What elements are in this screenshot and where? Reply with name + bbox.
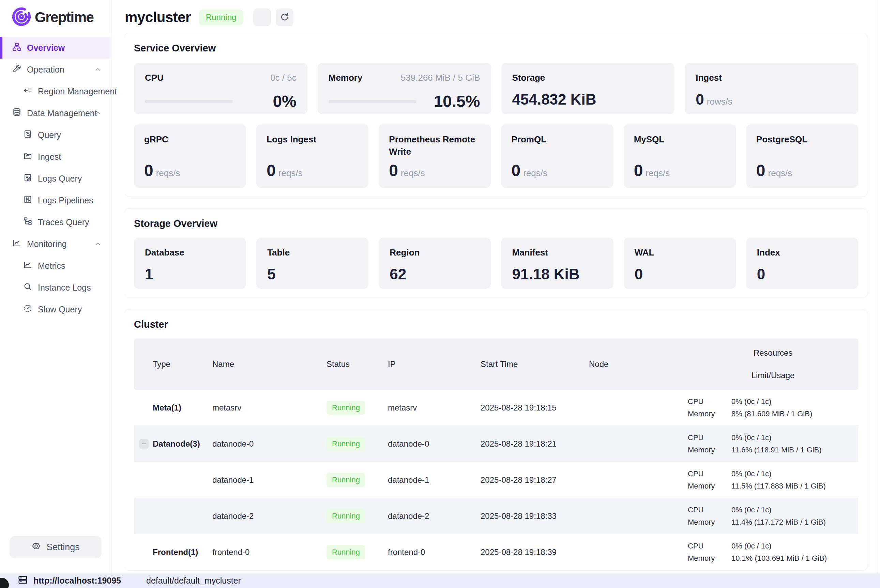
memory-usage: 11.4% (117.172 MiB / 1 GiB): [731, 518, 826, 526]
pause-button[interactable]: [253, 9, 271, 26]
settings-label: Settings: [47, 542, 80, 553]
cpu-percent: 0%: [273, 93, 296, 110]
storage-card: Storage 454.832 KiB: [502, 63, 675, 114]
memory-usage: 10.1% (103.691 MiB / 1 GiB): [731, 554, 827, 563]
sidebar-item-label: Monitoring: [27, 239, 67, 249]
refresh-icon: [280, 12, 289, 23]
url-text: http://localhost:19095: [33, 576, 121, 586]
tree-icon: [23, 217, 32, 228]
sidebar-item-data-management[interactable]: Data Management: [0, 102, 111, 124]
sidebar-item-overview[interactable]: Overview: [0, 37, 111, 58]
sidebar-item-label: Operation: [27, 65, 65, 75]
row-status: Running: [326, 437, 388, 451]
protocol-value: 0reqs/s: [634, 162, 725, 179]
logs-ingest-card: Logs Ingest 0reqs/s: [256, 124, 368, 188]
row-resources: CPU0% (0c / 1c) Memory10.1% (103.691 MiB…: [688, 542, 858, 563]
sidebar-item-logs-query[interactable]: Logs Query: [0, 168, 111, 189]
collapse-group-button[interactable]: −: [139, 439, 149, 448]
grpc-card: gRPC 0reqs/s: [134, 124, 246, 188]
memory-card: Memory 539.266 MiB / 5 GiB 10.5%: [318, 63, 491, 114]
row-name: frontend-0: [212, 548, 326, 557]
col-header-node: Node: [589, 359, 688, 369]
ingest-value: 0rows/s: [695, 92, 847, 107]
scroll-gutter-line: [878, 0, 878, 573]
protocol-value: 0reqs/s: [511, 162, 603, 179]
ingest-label: Ingest: [695, 73, 847, 83]
sidebar-item-ingest[interactable]: Ingest: [0, 146, 111, 168]
status-badge: Running: [326, 545, 365, 560]
sidebar-item-query[interactable]: Query: [0, 124, 111, 146]
database-path: default/default_mycluster: [146, 576, 241, 586]
row-name: datanode-0: [212, 439, 326, 448]
sidebar-item-slow-query[interactable]: Slow Query: [0, 298, 111, 320]
table-row: datanode-1 Running datanode-1 2025-08-28…: [134, 462, 858, 498]
card-label: Index: [757, 248, 847, 258]
sitemap-icon: [12, 42, 21, 54]
status-badge: Running: [326, 437, 365, 451]
sidebar-item-logs-pipelines[interactable]: Logs Pipelines: [0, 189, 111, 211]
refresh-button[interactable]: [276, 9, 293, 26]
sidebar-item-instance-logs[interactable]: Instance Logs: [0, 277, 111, 298]
storage-cards: Database 1 Table 5 Region 62 Manifest 91…: [134, 238, 858, 289]
row-ip: datanode-0: [388, 439, 481, 448]
ingest-card: Ingest 0rows/s: [685, 63, 858, 114]
col-header-start-time: Start Time: [481, 359, 589, 369]
row-start-time: 2025-08-28 19:18:15: [481, 403, 589, 412]
sidebar-item-traces-query[interactable]: Traces Query: [0, 211, 111, 233]
promql-card: PromQL 0reqs/s: [501, 124, 613, 188]
sliders-icon: [23, 195, 32, 206]
cpu-label: CPU: [145, 73, 164, 83]
sidebar-item-label: Region Management: [38, 87, 117, 96]
cpu-progress-bar: [145, 100, 233, 103]
status-badge: Running: [199, 9, 243, 25]
table-row: Meta(1) metasrv Running metasrv 2025-08-…: [134, 390, 858, 426]
row-type: Meta(1): [134, 403, 212, 412]
sidebar-item-region-management[interactable]: Region Management: [0, 80, 111, 102]
row-start-time: 2025-08-28 19:18:39: [481, 548, 589, 557]
connection-url: http://localhost:19095: [18, 575, 121, 587]
row-status: Running: [326, 473, 388, 487]
card-value: 0: [757, 267, 847, 282]
row-name: datanode-2: [212, 512, 326, 521]
row-ip: metasrv: [388, 403, 481, 412]
doc-search-icon: [23, 129, 32, 141]
col-header-ip: IP: [388, 359, 481, 369]
row-name: metasrv: [212, 403, 326, 412]
memory-usage: 11.6% (118.91 MiB / 1 GiB): [731, 446, 822, 454]
table-header: Type Name Status IP Start Time Node Reso…: [134, 339, 858, 390]
row-resources: CPU0% (0c / 1c) Memory8% (81.609 MiB / 1…: [688, 397, 858, 418]
settings-button[interactable]: Settings: [9, 536, 102, 558]
ingest-unit: rows/s: [707, 96, 733, 106]
memory-progress-bar: [329, 100, 416, 103]
sidebar-item-label: Data Management: [27, 108, 97, 118]
corner-handle: [0, 578, 9, 588]
sidebar-item-monitoring[interactable]: Monitoring: [0, 233, 111, 255]
sidebar-item-label: Logs Pipelines: [38, 195, 93, 206]
storage-value: 454.832 KiB: [512, 92, 664, 107]
row-ip: datanode-1: [388, 475, 481, 485]
postgresql-card: PostgreSQL 0reqs/s: [746, 124, 858, 188]
sidebar-item-metrics[interactable]: Metrics: [0, 255, 111, 277]
row-ip: datanode-2: [388, 512, 481, 521]
sidebar-item-operation[interactable]: Operation: [0, 58, 111, 80]
cluster-table: Type Name Status IP Start Time Node Reso…: [134, 339, 858, 570]
brand-name: Greptime: [35, 9, 93, 26]
row-resources: CPU0% (0c / 1c) Memory11.4% (117.172 MiB…: [688, 506, 858, 526]
sidebar-item-label: Logs Query: [38, 174, 82, 184]
card-label: Table: [267, 248, 357, 258]
protocol-label: MySQL: [634, 133, 725, 146]
cpu-limit: 0c / 5c: [270, 73, 296, 83]
storage-overview-section: Storage Overview Database 1 Table 5 Regi…: [125, 208, 867, 298]
card-value: 1: [145, 267, 235, 282]
status-badge: Running: [326, 473, 365, 487]
sidebar-item-label: Metrics: [38, 261, 65, 271]
main-content: mycluster Running Service Overview: [112, 0, 880, 573]
cpu-usage: 0% (0c / 1c): [731, 434, 771, 442]
protocol-label: gRPC: [144, 133, 236, 146]
table-card: Table 5: [256, 238, 368, 289]
service-stat-cards: CPU 0c / 5c 0% Memory 539.266 MiB / 5 Gi…: [134, 63, 858, 114]
wrench-icon: [12, 64, 21, 75]
chevron-up-icon: [94, 66, 102, 73]
card-label: Database: [145, 248, 235, 258]
cluster-section: Cluster Type Name Status IP Start Time N…: [125, 309, 867, 571]
